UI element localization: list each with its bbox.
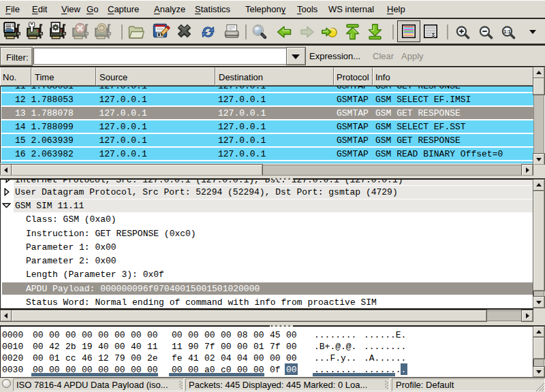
svg-text:1:1: 1:1: [503, 29, 510, 35]
